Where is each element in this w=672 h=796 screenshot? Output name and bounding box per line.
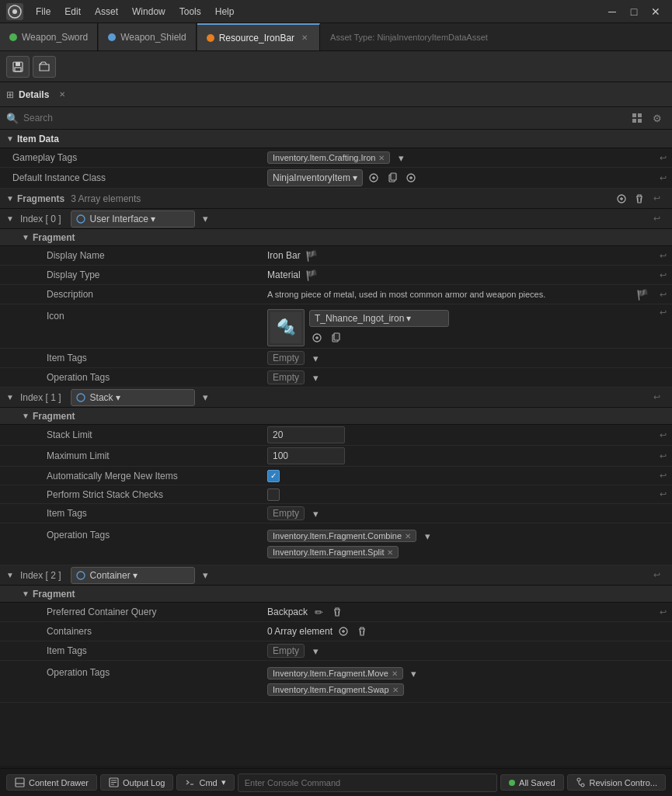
- stack-limit-reset[interactable]: ↩: [653, 430, 672, 440]
- max-limit-reset[interactable]: ↩: [653, 451, 672, 461]
- gameplay-tags-dropdown[interactable]: ▾: [393, 150, 409, 165]
- preferred-container-reset[interactable]: ↩: [653, 607, 672, 617]
- op-tags-2-dropdown[interactable]: ▾: [406, 666, 422, 681]
- menu-tools[interactable]: Tools: [173, 5, 207, 19]
- display-type-flag[interactable]: 🏴: [304, 267, 319, 283]
- index-0-type-dropdown[interactable]: User Interface ▾: [71, 210, 195, 228]
- op-tag-swap-remove[interactable]: ✕: [392, 686, 399, 694]
- index-2-extra-dropdown[interactable]: ▾: [198, 568, 214, 583]
- panel-close-button[interactable]: ✕: [57, 89, 68, 100]
- search-grid-button[interactable]: [628, 110, 646, 126]
- all-saved-button[interactable]: All Saved: [500, 774, 563, 791]
- default-instance-class-dropdown[interactable]: NinjaInventoryItem ▾: [267, 169, 363, 186]
- op-tag-split-remove[interactable]: ✕: [387, 548, 393, 557]
- item-tags-2-dropdown[interactable]: ▾: [308, 643, 323, 659]
- fragments-delete-button[interactable]: [632, 191, 647, 207]
- search-settings-button[interactable]: ⚙: [649, 110, 666, 126]
- preferred-container-edit[interactable]: ✏: [311, 604, 326, 620]
- description-reset[interactable]: ↩: [653, 290, 672, 300]
- preferred-container-value: Backpack ✏: [264, 603, 653, 621]
- fragment-2-label: Fragment: [33, 589, 75, 600]
- tab-resource-ironbar[interactable]: Resource_IronBar ✕: [197, 23, 320, 50]
- item-tags-0-dropdown[interactable]: ▾: [308, 350, 323, 366]
- output-log-button[interactable]: Output Log: [100, 774, 173, 791]
- revision-control-button[interactable]: Revision Contro...: [567, 774, 666, 791]
- section-title: Item Data: [17, 134, 59, 144]
- menu-window[interactable]: Window: [126, 5, 172, 19]
- icon-reset[interactable]: ↩: [653, 308, 672, 318]
- default-instance-class-row: Default Instance Class NinjaInventoryIte…: [0, 168, 672, 189]
- op-tags-1-dropdown[interactable]: ▾: [420, 528, 435, 544]
- add-instance-button[interactable]: [403, 170, 419, 186]
- search-input[interactable]: [23, 113, 624, 123]
- tab-weapon-shield[interactable]: Weapon_Shield: [99, 23, 197, 50]
- chevron-down-icon: ▾: [151, 214, 155, 224]
- chevron-down-icon: ▾: [406, 313, 411, 324]
- close-button[interactable]: ✕: [646, 3, 666, 20]
- display-name-reset[interactable]: ↩: [653, 251, 672, 261]
- menu-help[interactable]: Help: [209, 5, 241, 19]
- preferred-container-delete[interactable]: [329, 604, 345, 620]
- chevron-down-icon: ▾: [133, 570, 138, 581]
- index-2-type-dropdown[interactable]: Container ▾: [71, 567, 195, 584]
- menu-asset[interactable]: Asset: [89, 5, 124, 19]
- auto-merge-checkbox[interactable]: ✓: [267, 470, 280, 482]
- max-limit-input[interactable]: [267, 447, 345, 464]
- tag-remove-button[interactable]: ✕: [378, 154, 385, 162]
- minimize-button[interactable]: ─: [602, 3, 622, 20]
- content-drawer-button[interactable]: Content Drawer: [6, 774, 97, 791]
- content-area: ▼ Item Data Gameplay Tags Inventory.Item…: [0, 130, 672, 766]
- op-tags-2-row: Operation Tags Inventory.Item.Fragment.M…: [0, 661, 672, 703]
- copy-ref-button[interactable]: [385, 170, 400, 186]
- tab-weapon-sword[interactable]: Weapon_Sword: [0, 23, 98, 50]
- op-tags-1-combine: Inventory.Item.Fragment.Combine ✕ ▾: [267, 528, 435, 544]
- display-name-flag[interactable]: 🏴: [304, 248, 319, 263]
- strict-stack-reset[interactable]: ↩: [653, 489, 672, 499]
- index-0-extra-dropdown[interactable]: ▾: [198, 211, 214, 227]
- maximize-button[interactable]: □: [624, 3, 644, 20]
- chevron-down-icon: ▾: [116, 392, 120, 403]
- item-tags-1-dropdown[interactable]: ▾: [308, 506, 323, 521]
- stack-limit-input[interactable]: [267, 426, 345, 443]
- icon-copy-button[interactable]: [328, 330, 343, 346]
- gameplay-tags-reset[interactable]: ↩: [653, 153, 672, 163]
- svg-rect-3: [16, 62, 20, 66]
- op-tag-combine-chip: Inventory.Item.Fragment.Combine ✕: [267, 530, 416, 542]
- index-1-reset[interactable]: ↩: [647, 392, 666, 402]
- max-limit-row: Maximum Limit ↩: [0, 446, 672, 467]
- index-2-reset[interactable]: ↩: [647, 570, 666, 580]
- fragment-0-label: Fragment: [33, 232, 75, 243]
- svg-rect-4: [15, 68, 21, 71]
- fragments-reset[interactable]: ↩: [647, 193, 666, 203]
- description-flag[interactable]: 🏴: [635, 287, 650, 302]
- save-button[interactable]: [6, 56, 30, 78]
- index-1-type-dropdown[interactable]: Stack ▾: [71, 389, 195, 406]
- auto-merge-reset[interactable]: ↩: [653, 471, 672, 481]
- strict-stack-checkbox[interactable]: [267, 488, 280, 501]
- op-tag-combine-remove[interactable]: ✕: [405, 532, 411, 541]
- index-1-type: Stack ▾ ▾: [71, 389, 214, 406]
- menu-edit[interactable]: Edit: [58, 5, 87, 19]
- icon-asset-dropdown[interactable]: T_Nhance_Ingot_iron ▾: [309, 310, 449, 327]
- fragments-add-button[interactable]: [614, 191, 629, 207]
- op-tag-move-remove[interactable]: ✕: [392, 669, 398, 678]
- icon-browse-button[interactable]: [309, 330, 325, 346]
- cmd-button[interactable]: Cmd ▾: [176, 774, 234, 791]
- tab-bar: Weapon_Sword Weapon_Shield Resource_Iron…: [0, 23, 672, 51]
- op-tags-2-value: Inventory.Item.Fragment.Move ✕ ▾ Invento…: [264, 664, 672, 697]
- menu-file[interactable]: File: [30, 5, 57, 19]
- tab-label: Resource_IronBar: [219, 33, 294, 43]
- default-instance-class-reset[interactable]: ↩: [653, 173, 672, 183]
- item-data-section-header[interactable]: ▼ Item Data: [0, 130, 672, 148]
- op-tags-0-dropdown[interactable]: ▾: [308, 370, 323, 385]
- display-type-reset[interactable]: ↩: [653, 270, 672, 280]
- containers-add-button[interactable]: [336, 624, 351, 639]
- browse-asset-button[interactable]: [366, 170, 381, 186]
- index-1-extra-dropdown[interactable]: ▾: [198, 390, 214, 405]
- index-0-reset[interactable]: ↩: [647, 214, 666, 224]
- browse-button[interactable]: [33, 56, 56, 78]
- containers-delete-button[interactable]: [354, 624, 370, 639]
- console-input[interactable]: [238, 773, 497, 792]
- item-tags-0-empty: Empty: [267, 351, 305, 365]
- tab-close-button[interactable]: ✕: [299, 33, 310, 43]
